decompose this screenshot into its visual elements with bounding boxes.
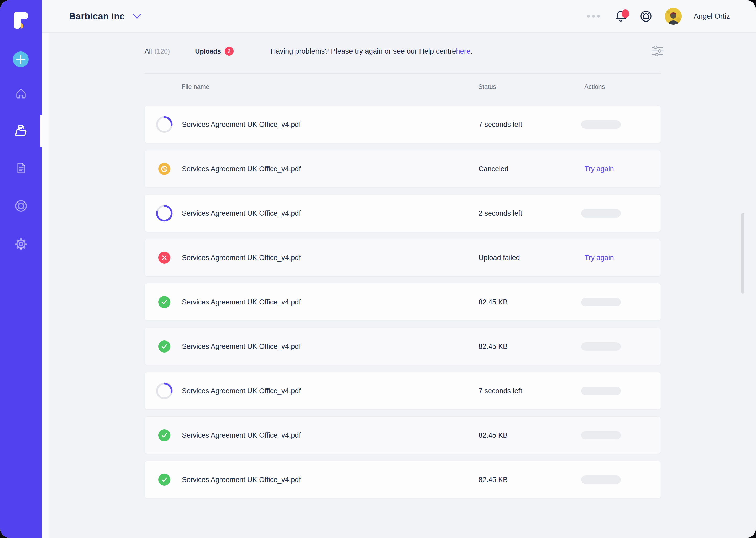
status-success-icon (158, 474, 170, 486)
company-name: Barbican inc (69, 11, 125, 22)
sidebar (0, 0, 42, 538)
upload-row: Services Agreement UK Office_v4.pdf 82.4… (145, 328, 661, 365)
upload-progress-spinner (156, 116, 173, 133)
notification-unread-dot (622, 10, 629, 18)
sidebar-active-indicator (40, 115, 42, 147)
open-folder-icon (14, 123, 28, 138)
upload-status: 7 seconds left (479, 120, 522, 129)
file-name: Services Agreement UK Office_v4.pdf (182, 253, 301, 262)
file-name: Services Agreement UK Office_v4.pdf (182, 475, 301, 484)
sidebar-item-support[interactable] (0, 198, 42, 213)
sidebar-item-files[interactable] (0, 123, 42, 138)
scrollbar-thumb[interactable] (741, 213, 744, 294)
column-status: Status (478, 83, 496, 90)
action-placeholder (581, 342, 621, 351)
file-name: Services Agreement UK Office_v4.pdf (182, 342, 301, 350)
status-success-icon (158, 341, 170, 352)
tab-all-count: (120) (155, 48, 170, 55)
action-placeholder (581, 431, 621, 440)
status-success-icon (158, 429, 170, 441)
app-window: Barbican inc (0, 0, 756, 538)
gear-icon (14, 237, 28, 251)
filter-button[interactable] (652, 46, 663, 56)
upload-row: Services Agreement UK Office_v4.pdf 82.4… (145, 283, 661, 321)
status-failed-icon (158, 252, 170, 264)
file-name: Services Agreement UK Office_v4.pdf (182, 165, 301, 173)
upload-row: Services Agreement UK Office_v4.pdf 82.4… (145, 416, 661, 454)
home-icon (15, 87, 27, 100)
main-content: All (120) Uploads 2 Having problems? Ple… (42, 33, 756, 538)
sidebar-item-settings[interactable] (0, 237, 42, 251)
upload-progress-spinner (156, 383, 173, 399)
file-name: Services Agreement UK Office_v4.pdf (182, 431, 301, 439)
column-file-name: File name (182, 83, 209, 90)
action-placeholder (581, 209, 621, 218)
topbar: Barbican inc (42, 0, 756, 33)
upload-status: 82.45 KB (479, 475, 508, 484)
notifications-button[interactable] (615, 10, 627, 23)
tab-uploads[interactable]: Uploads 2 (195, 47, 234, 56)
try-again-link[interactable]: Try again (585, 253, 614, 262)
sidebar-item-documents[interactable] (0, 162, 42, 175)
lifebuoy-icon (639, 10, 653, 23)
add-new-button[interactable] (13, 51, 28, 67)
upload-status: 82.45 KB (479, 298, 508, 306)
status-canceled-icon (158, 163, 170, 175)
left-gutter (42, 33, 49, 538)
chevron-down-icon (132, 13, 141, 20)
upload-status: 82.45 KB (479, 431, 508, 439)
action-placeholder (581, 475, 621, 484)
brand-logo (14, 12, 28, 29)
sliders-filter-icon (652, 46, 663, 56)
lifebuoy-icon (14, 198, 28, 213)
upload-status: Upload failed (479, 253, 520, 262)
upload-status: 7 seconds left (479, 387, 522, 395)
company-switcher[interactable]: Barbican inc (69, 0, 141, 32)
file-name: Services Agreement UK Office_v4.pdf (182, 120, 301, 129)
user-avatar[interactable] (665, 8, 682, 25)
file-name: Services Agreement UK Office_v4.pdf (182, 387, 301, 395)
file-name: Services Agreement UK Office_v4.pdf (182, 209, 301, 217)
try-again-link[interactable]: Try again (585, 165, 614, 173)
plus-icon (16, 54, 26, 64)
upload-row: Services Agreement UK Office_v4.pdf Canc… (145, 150, 661, 188)
help-centre-link[interactable]: here (456, 47, 470, 55)
upload-list: Services Agreement UK Office_v4.pdf 7 se… (145, 106, 661, 505)
upload-row: Services Agreement UK Office_v4.pdf 82.4… (145, 461, 661, 498)
upload-status: 82.45 KB (479, 342, 508, 350)
upload-row: Services Agreement UK Office_v4.pdf 7 se… (145, 106, 661, 143)
more-options-button[interactable] (587, 15, 600, 18)
upload-row: Services Agreement UK Office_v4.pdf 7 se… (145, 372, 661, 409)
divider (145, 73, 661, 74)
file-name: Services Agreement UK Office_v4.pdf (182, 298, 301, 306)
upload-row: Services Agreement UK Office_v4.pdf 2 se… (145, 194, 661, 232)
upload-status: Canceled (479, 165, 508, 173)
document-icon (15, 162, 27, 175)
tab-all[interactable]: All (120) (145, 48, 170, 55)
action-placeholder (581, 298, 621, 306)
column-actions: Actions (584, 83, 605, 90)
help-banner: Having problems? Please try again or see… (271, 44, 473, 59)
upload-progress-spinner (156, 205, 173, 222)
sidebar-item-home[interactable] (0, 87, 42, 100)
action-placeholder (581, 120, 621, 129)
uploads-count-badge: 2 (225, 47, 234, 56)
upload-row: Services Agreement UK Office_v4.pdf Uplo… (145, 239, 661, 276)
help-button[interactable] (639, 10, 653, 23)
status-success-icon (158, 296, 170, 308)
user-name[interactable]: Angel Ortiz (694, 12, 730, 21)
action-placeholder (581, 387, 621, 395)
upload-status: 2 seconds left (479, 209, 522, 217)
table-header: File name Status Actions (145, 81, 661, 91)
